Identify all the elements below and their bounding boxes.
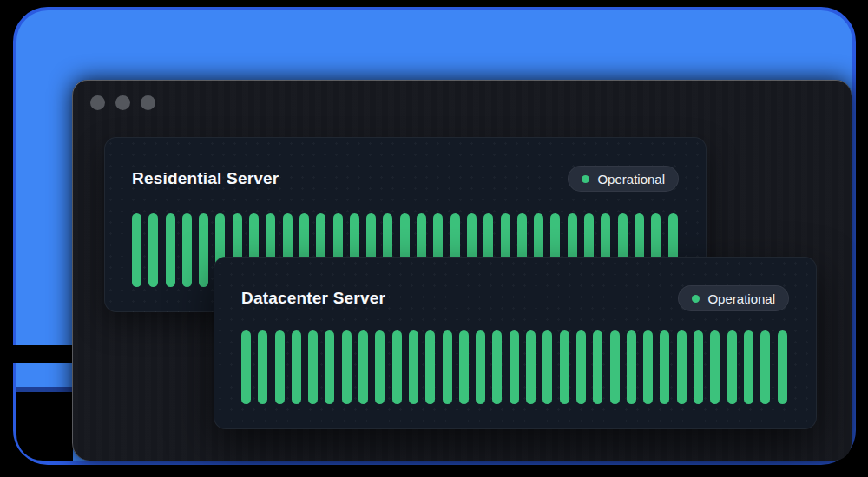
card-header: Residential Server Operational [132,138,679,193]
uptime-bar [308,330,318,404]
uptime-bar [560,330,569,404]
decorative-stripe-black [10,345,73,363]
uptime-bar [476,330,485,404]
uptime-bar [459,330,469,404]
uptime-bar [627,330,636,404]
uptime-bar [593,330,602,404]
status-badge: Operational [678,285,789,311]
status-card-datacenter: Datacenter Server Operational [214,257,817,429]
uptime-bar [526,330,536,404]
uptime-bar [392,330,402,404]
uptime-bar [292,330,301,404]
uptime-bar [542,330,552,404]
window-titlebar [90,95,155,110]
uptime-bar [275,330,285,404]
status-dot-icon [582,175,589,183]
uptime-bar [409,330,418,404]
status-label: Operational [707,291,775,306]
status-badge: Operational [568,166,679,192]
uptime-bar [166,213,175,287]
uptime-bar [325,330,334,404]
uptime-bar [342,330,352,404]
status-label: Operational [597,172,665,186]
card-header: Datacenter Server Operational [241,258,789,312]
status-dot-icon [692,295,700,303]
uptime-bar [760,330,770,404]
uptime-bar [744,330,753,404]
uptime-bar [677,330,687,404]
uptime-bar [576,330,586,404]
uptime-bar [610,330,620,404]
uptime-bar [375,330,385,404]
uptime-bar [727,330,737,404]
card-title: Datacenter Server [241,289,385,308]
uptime-bars [241,330,789,404]
uptime-bar [241,330,251,404]
card-title: Residential Server [132,169,279,188]
app-window: Residential Server Operational Datacente… [72,80,852,461]
traffic-light-zoom-icon[interactable] [141,95,155,110]
uptime-bar [258,330,267,404]
uptime-bar [358,330,368,404]
uptime-bar [510,330,519,404]
uptime-bar [710,330,720,404]
uptime-bar [694,330,703,404]
uptime-bar [182,213,192,287]
uptime-bar [148,213,158,287]
traffic-light-close-icon[interactable] [90,95,105,110]
decorative-stripe-black-bottom [16,387,73,461]
uptime-bar [443,330,452,404]
uptime-bar [492,330,502,404]
traffic-light-minimize-icon[interactable] [115,95,130,110]
uptime-bar [132,213,141,287]
page-background: Residential Server Operational Datacente… [0,0,868,477]
uptime-bar [660,330,669,404]
uptime-bar [425,330,435,404]
uptime-bar [778,330,787,404]
uptime-bar [199,213,208,287]
uptime-bar [643,330,653,404]
